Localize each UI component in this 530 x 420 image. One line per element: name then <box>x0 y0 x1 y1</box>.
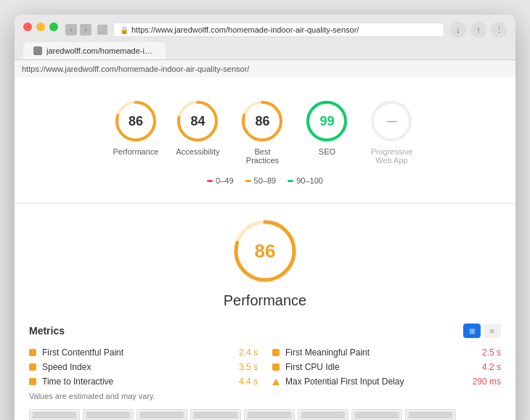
score-item-seo[interactable]: 99 SEO <box>305 99 348 165</box>
page-url: https://www.jaredwolff.com/homemade-indo… <box>22 65 249 73</box>
legend-average-label: 50–89 <box>254 176 277 185</box>
metric-row-mpfid: Max Potential First Input Delay 290 ms <box>272 374 501 389</box>
filmstrip-content-5 <box>246 411 293 420</box>
legend-pass-dot <box>288 180 293 182</box>
address-bar[interactable]: 🔒 https://www.jaredwolff.com/homemade-in… <box>113 22 444 37</box>
legend-pass: 90–100 <box>288 176 323 185</box>
grid-view-button[interactable]: ⊞ <box>463 324 481 338</box>
filmstrip-content-4 <box>192 411 239 420</box>
metric-value-si: 3.5 s <box>225 362 258 372</box>
lighthouse-scores-header: 86 Performance 84 Accessibility <box>15 78 515 203</box>
score-legend: 0–49 50–89 90–100 <box>15 172 515 195</box>
share-icon[interactable]: ↑ <box>470 22 486 38</box>
filmstrip-content-7 <box>354 411 400 420</box>
score-item-pwa[interactable]: — Progressive Web App <box>366 99 417 165</box>
score-circles: 86 Performance 84 Accessibility <box>15 92 515 172</box>
metric-value-mpfid: 290 ms <box>468 376 501 387</box>
filmstrip-frame-1 <box>29 409 80 420</box>
score-label-accessibility: Accessibility <box>176 147 220 156</box>
score-label-pwa: Progressive Web App <box>366 147 417 165</box>
metrics-left-column: First Contentful Paint 2.4 s Speed Index… <box>29 345 258 389</box>
filmstrip-content-8 <box>407 411 454 420</box>
metrics-view-toggle: ⊞ ≡ <box>463 324 501 338</box>
nav-buttons: ‹ › <box>65 24 91 36</box>
metrics-title: Metrics <box>29 325 65 337</box>
filmstrip-content-1 <box>31 411 78 420</box>
browser-window: ‹ › 🔒 https://www.jaredwolff.com/homemad… <box>15 15 515 420</box>
tab-favicon <box>33 46 42 55</box>
tab-label: jaredwolff.com/homemade-indoor-air... <box>46 46 155 55</box>
filmstrip-frame-8 <box>405 409 456 420</box>
score-circle-pwa: — <box>370 99 413 143</box>
metric-row-fcp: First Contentful Paint 2.4 s <box>29 345 258 360</box>
filmstrip <box>29 406 501 420</box>
url-text: https://www.jaredwolff.com/homemade-indo… <box>131 25 359 34</box>
filmstrip-frame-2 <box>83 409 134 420</box>
score-value-accessibility: 84 <box>190 114 205 129</box>
metric-name-fci: First CPU Idle <box>285 362 462 372</box>
browser-tab[interactable]: jaredwolff.com/homemade-indoor-air... <box>23 42 166 59</box>
main-score-circle: 86 <box>232 218 298 284</box>
legend-average: 50–89 <box>245 176 277 185</box>
filmstrip-frame-7 <box>351 409 402 420</box>
filmstrip-frame-4 <box>190 409 241 420</box>
estimated-note: Values are estimated and may vary. <box>29 389 501 406</box>
legend-average-dot <box>245 180 251 182</box>
secondary-address-row: https://www.jaredwolff.com/homemade-indo… <box>15 60 515 78</box>
metric-value-fmp: 2.5 s <box>468 347 501 358</box>
score-item-performance[interactable]: 86 Performance <box>113 99 159 165</box>
metric-row-si: Speed Index 3.5 s <box>29 360 258 374</box>
filmstrip-frame-5 <box>244 409 295 420</box>
filmstrip-content-6 <box>300 411 346 420</box>
more-options-icon[interactable]: ⋮ <box>491 22 507 38</box>
metrics-grid: First Contentful Paint 2.4 s Speed Index… <box>29 345 501 389</box>
metric-indicator-mpfid <box>272 379 280 385</box>
lock-icon: 🔒 <box>120 26 129 34</box>
score-circle-seo: 99 <box>305 99 348 143</box>
close-button[interactable] <box>23 22 32 31</box>
traffic-lights <box>23 22 58 31</box>
forward-button[interactable]: › <box>80 24 91 36</box>
main-score-label: Performance <box>15 292 515 309</box>
legend-fail-label: 0–49 <box>216 176 233 185</box>
score-circle-best-practices: 86 <box>240 99 284 143</box>
back-button[interactable]: ‹ <box>65 24 77 36</box>
score-value-best-practices: 86 <box>255 114 269 129</box>
legend-pass-label: 90–100 <box>296 176 323 185</box>
metric-indicator-fcp <box>29 349 36 356</box>
metric-value-tti: 4.4 s <box>225 376 258 387</box>
legend-fail-dot <box>207 180 213 182</box>
metrics-header: Metrics ⊞ ≡ <box>29 316 501 338</box>
browser-actions: ↓ ↑ ⋮ <box>450 22 507 38</box>
metric-indicator-si <box>29 363 36 371</box>
metric-indicator-fmp <box>272 349 280 356</box>
metric-name-si: Speed Index <box>42 362 219 372</box>
score-label-seo: SEO <box>319 147 335 156</box>
download-icon[interactable]: ↓ <box>450 22 466 38</box>
score-label-best-practices: Best Practices <box>237 147 288 165</box>
filmstrip-content-3 <box>139 411 185 420</box>
score-item-best-practices[interactable]: 86 Best Practices <box>237 99 288 165</box>
score-circle-accessibility: 84 <box>176 99 219 143</box>
metrics-right-column: First Meaningful Paint 2.5 s First CPU I… <box>272 345 501 389</box>
tab-bar: jaredwolff.com/homemade-indoor-air... <box>23 42 507 59</box>
metrics-section: Metrics ⊞ ≡ First Contentful Paint 2.4 s <box>15 316 515 420</box>
minimize-button[interactable] <box>36 22 45 31</box>
main-score-value: 86 <box>255 240 276 263</box>
browser-chrome: ‹ › 🔒 https://www.jaredwolff.com/homemad… <box>15 15 515 60</box>
filmstrip-content-2 <box>85 411 131 420</box>
score-label-performance: Performance <box>113 147 159 156</box>
maximize-button[interactable] <box>49 22 58 31</box>
metric-name-mpfid: Max Potential First Input Delay <box>285 376 462 387</box>
metric-name-fmp: First Meaningful Paint <box>285 347 462 358</box>
list-view-button[interactable]: ≡ <box>484 324 501 338</box>
score-value-performance: 86 <box>129 114 143 129</box>
page-content: 86 Performance 84 Accessibility <box>15 78 515 420</box>
window-icon <box>97 25 107 35</box>
score-value-pwa: — <box>386 115 396 127</box>
legend-fail: 0–49 <box>207 176 233 185</box>
metric-row-fci: First CPU Idle 4.2 s <box>272 360 501 374</box>
metric-value-fcp: 2.4 s <box>225 347 258 358</box>
score-item-accessibility[interactable]: 84 Accessibility <box>176 99 219 165</box>
metric-indicator-fci <box>272 363 280 371</box>
